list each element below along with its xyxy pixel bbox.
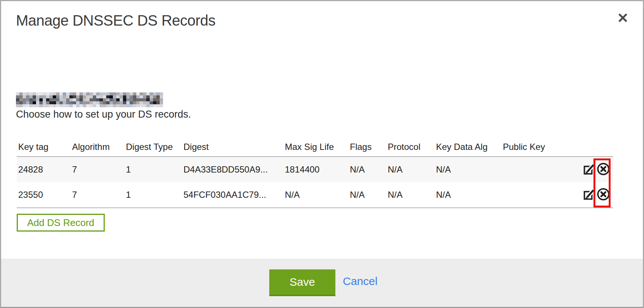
cell-key-tag: 24828 [17, 164, 71, 175]
edit-record-button[interactable] [583, 188, 595, 201]
cell-max-sig-life: 1814400 [283, 164, 348, 175]
save-button[interactable]: Save [269, 269, 335, 296]
table-row: 24828 7 1 D4A33E8DD550A9... 1814400 N/A … [17, 157, 613, 182]
redacted-domain-name [16, 92, 163, 107]
add-ds-record-button[interactable]: Add DS Record [17, 214, 105, 232]
table-header-row: Key tag Algorithm Digest Type Digest Max… [17, 138, 613, 156]
column-header-key-data-alg: Key Data Alg [435, 142, 501, 152]
ds-records-table: Key tag Algorithm Digest Type Digest Max… [17, 138, 613, 208]
cell-digest-type: 1 [124, 190, 182, 200]
cell-max-sig-life: N/A [283, 190, 348, 200]
cell-digest: 54FCF030AA1C79... [182, 190, 283, 200]
dialog-footer: Save Cancel [1, 259, 643, 307]
column-header-digest: Digest [182, 142, 283, 152]
cell-key-tag: 23550 [17, 190, 71, 200]
column-header-algorithm: Algorithm [71, 142, 124, 152]
manage-dnssec-ds-records-dialog: Manage DNSSEC DS Records Choose how to s… [0, 0, 644, 308]
delete-record-button[interactable] [596, 188, 610, 201]
column-header-key-tag: Key tag [17, 142, 71, 152]
close-icon [618, 13, 628, 24]
cell-actions [581, 163, 613, 176]
cell-digest-type: 1 [124, 164, 182, 175]
column-header-public-key: Public Key [501, 142, 581, 152]
column-header-flags: Flags [348, 142, 386, 152]
column-header-digest-type: Digest Type [124, 142, 182, 152]
table-row: 23550 7 1 54FCF030AA1C79... N/A N/A N/A … [17, 182, 613, 207]
page-title: Manage DNSSEC DS Records [16, 12, 215, 29]
table-body: 24828 7 1 D4A33E8DD550A9... 1814400 N/A … [17, 156, 613, 208]
edit-icon [583, 188, 595, 201]
cancel-button[interactable]: Cancel [343, 275, 377, 288]
edit-record-button[interactable] [583, 163, 595, 176]
column-header-protocol: Protocol [386, 142, 435, 152]
column-header-max-sig-life: Max Sig Life [283, 142, 348, 152]
cell-flags: N/A [348, 190, 386, 200]
cell-protocol: N/A [386, 190, 435, 200]
edit-icon [583, 163, 595, 176]
cell-key-data-alg: N/A [435, 190, 501, 200]
cell-key-data-alg: N/A [435, 164, 501, 175]
instruction-text: Choose how to set up your DS records. [16, 109, 191, 120]
cell-algorithm: 7 [71, 190, 124, 200]
cell-protocol: N/A [386, 164, 435, 175]
close-button[interactable] [616, 12, 630, 25]
cell-flags: N/A [348, 164, 386, 175]
delete-circle-x-icon [596, 163, 610, 176]
delete-circle-x-icon [596, 188, 610, 201]
cell-algorithm: 7 [71, 164, 124, 175]
delete-record-button[interactable] [596, 163, 610, 176]
cell-actions [581, 188, 613, 201]
cell-digest: D4A33E8DD550A9... [182, 164, 283, 175]
